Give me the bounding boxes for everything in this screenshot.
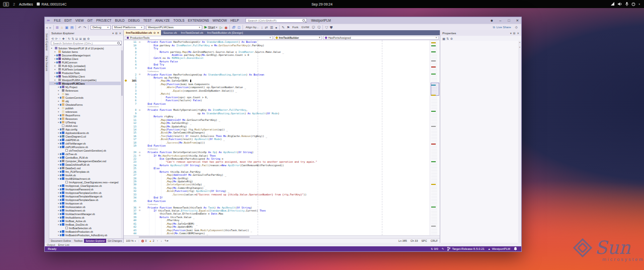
bookmark-next-icon[interactable]: ⛊ [329, 25, 334, 30]
tree-item[interactable]: ▸Tests.M2MApi.Client [49, 75, 121, 78]
tree-item[interactable]: ▸PLM-SQL (unloaded) [49, 64, 121, 68]
document-tab[interactable]: frmTaskBuilder.vb [Design] [205, 30, 245, 35]
collapsed-tab-output[interactable]: Output [47, 243, 55, 246]
record-icon[interactable]: ● [274, 25, 278, 30]
repo-picker[interactable]: ▲ WestportPLM [488, 247, 510, 250]
tree-item[interactable]: ▸DocumentManagerImport [49, 53, 121, 57]
indent-icon[interactable]: ↕ [260, 25, 264, 30]
tree-item[interactable]: ▸clsPLMFunctions.vb [49, 145, 121, 149]
expander-icon[interactable]: ▸ [57, 107, 60, 109]
expander-icon[interactable]: ▾ [50, 47, 53, 49]
tree-item[interactable]: ▸frmAA.vb [49, 173, 121, 177]
tree-item[interactable]: ▸References [49, 89, 121, 92]
save-all-icon[interactable]: ▤ [69, 25, 75, 30]
flag-icon[interactable]: ⚑ [286, 25, 291, 30]
tree-item[interactable]: ▸ProductionTools [49, 71, 121, 75]
undo-icon[interactable]: ↶ [77, 25, 82, 30]
start-without-debug-icon[interactable]: ▷ [219, 25, 223, 30]
close-icon[interactable]: ✕ [119, 32, 122, 35]
tree-item[interactable]: ▸clsFileManager.vb [49, 142, 121, 145]
tree-item[interactable]: ▸clsEPDM.vb [49, 138, 121, 142]
current-branch[interactable]: Target-Release-5.5.0.21 [447, 247, 484, 251]
settings-icon[interactable]: ⚙ [87, 37, 90, 40]
menu-test[interactable]: TEST [141, 19, 153, 22]
expander-icon[interactable]: ▸ [54, 50, 56, 53]
start-debug-button[interactable]: ▶Start▾ [204, 25, 217, 29]
tree-item[interactable]: ▸PLMTests (unloaded) [49, 68, 121, 71]
home-icon[interactable]: ⌂ [59, 37, 61, 40]
tree-item[interactable]: ▸My Project [49, 85, 121, 89]
tree-item[interactable]: ▸frmBoat_Active.vb [49, 219, 121, 223]
close-button[interactable]: ✕ [514, 19, 521, 23]
tree-item[interactable]: ▸frmApprover.vb [49, 201, 121, 205]
feedback-icon[interactable]: ☻ [488, 19, 496, 22]
menu-project[interactable]: PROJECT [95, 19, 113, 22]
tree-item[interactable]: ▸frmApprovalPassword.vb [49, 187, 121, 191]
list-icon[interactable]: ☰ [269, 25, 274, 30]
bookmark-icon[interactable]: ⛉ [324, 25, 329, 30]
send-feedback-icon[interactable]: ⟐ [514, 25, 519, 30]
tree-item[interactable]: ▸frmBoatsInProduction.vb [49, 230, 121, 233]
platform-dropdown[interactable]: Mixed Platforms▾ [112, 25, 144, 30]
menu-git[interactable]: GIT [86, 19, 95, 22]
side-tab-server-explorer[interactable]: Server Explorer [45, 33, 48, 51]
tree-item[interactable]: ▸frmABSAttachment.vb [49, 177, 121, 180]
error-count[interactable]: 0 [141, 239, 146, 242]
tree-item[interactable]: ▸frm_PLMTemplate.vb [49, 170, 121, 173]
spaces-indicator[interactable]: SPC [421, 239, 427, 242]
tree-item[interactable]: ▸ReportForms [49, 113, 121, 117]
forward-icon[interactable]: ⟳ [55, 37, 58, 40]
new-project-icon[interactable]: ⊞ [55, 25, 60, 30]
outline-margin[interactable]: ⊟ [138, 73, 141, 76]
scrollbar-thumb[interactable] [139, 236, 250, 238]
sync-commits[interactable]: ⇅ 0/0 [431, 247, 438, 250]
type-dropdown[interactable]: frmTaskBuilder▾ [274, 36, 322, 40]
solution-search-input[interactable]: Search Solution Explorer (Ctrl+;) [51, 41, 122, 45]
menu-build[interactable]: BUILD [113, 19, 126, 22]
nav-forward-icon[interactable]: ▸ [49, 25, 53, 30]
tree-item[interactable]: ▸DataSet1.xsd [49, 166, 121, 170]
notifications-bell-icon[interactable] [514, 247, 517, 251]
tree-item[interactable]: ▸CustomControls [49, 96, 121, 99]
tree-item[interactable]: ▸Computer_ManagementDataSet.xsd [49, 159, 121, 163]
properties-header[interactable]: Properties ▾ ⊟ ✕ [440, 30, 521, 36]
code-line[interactable]: 3 End Function [124, 66, 430, 70]
back-icon[interactable]: ⟲ [51, 37, 54, 40]
side-tab-data-sources[interactable]: Data Sources [45, 56, 48, 71]
menu-debug[interactable]: DEBUG [126, 19, 141, 22]
project-dropdown[interactable]: ProductionTools▾ [125, 36, 273, 40]
clock[interactable]: Sep 29 09:24 [0, 3, 644, 6]
document-tab[interactable]: Source.vb [161, 30, 179, 35]
tree-item[interactable]: ▸ObsoleteForms [49, 103, 121, 106]
menu-extensions[interactable]: EXTENSIONS [186, 19, 211, 22]
properties-icon[interactable]: ⊞ [79, 37, 82, 40]
menu-help[interactable]: HELP [228, 19, 240, 22]
properties-scrollbar[interactable]: ▴▾ [518, 41, 521, 243]
pin-icon[interactable]: ⊟ [513, 32, 516, 35]
swap-icon[interactable]: ⇄ [264, 25, 269, 30]
menu-file[interactable]: FILE [52, 19, 63, 22]
tool-tab-document-outline[interactable]: Document Outline [49, 239, 72, 243]
app-indicator[interactable]: RAIL:0001014C [37, 3, 66, 6]
tree-item[interactable]: frmApproval_ClearSignatures.resx—merged [49, 180, 121, 184]
maximize-button[interactable]: □ [505, 19, 513, 22]
tree-item[interactable]: ▸clsTree.vb [49, 152, 121, 156]
tree-item[interactable]: ▸publish [49, 106, 121, 110]
preview-icon[interactable]: ▤ [83, 37, 86, 40]
title-bar[interactable]: ∞ FILEEDITVIEWGITPROJECTBUILDDEBUGTESTAN… [45, 17, 521, 24]
scrollbar-map[interactable] [430, 40, 440, 235]
close-icon[interactable]: ✕ [517, 32, 519, 35]
expander-icon[interactable]: ▸ [57, 93, 60, 95]
tree-item[interactable]: AAAA.resx [49, 124, 121, 127]
next-issue-icon[interactable]: ↓ [160, 239, 162, 242]
column-indicator[interactable]: Ch 33 [411, 239, 418, 242]
solution-explorer-header[interactable]: Solution Explorer ▾ ⊟ ✕ [49, 30, 123, 36]
pin-icon[interactable]: ⊙ [153, 31, 155, 34]
fork-button[interactable]: Fork [291, 26, 300, 29]
tree-item[interactable]: ▸frmBoatsInProduction_AdhocEntry.vb [49, 233, 121, 237]
tree-item[interactable]: ▸frmBoat_DocDist.vb [49, 223, 121, 226]
member-dropdown[interactable]: HasPortsAssigned▾ [323, 36, 439, 40]
open-folder-icon[interactable]: ⌂ [60, 25, 64, 30]
tree-item[interactable]: ▸DataGridViewPLM.vb [49, 163, 121, 166]
refresh-icon[interactable]: ↻ [68, 37, 70, 40]
